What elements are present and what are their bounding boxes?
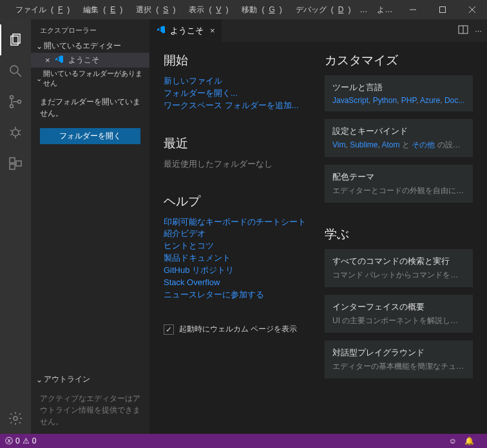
split-editor-icon[interactable]	[458, 24, 468, 37]
card-ui-overview[interactable]: インターフェイスの概要 UI の主要コンポーネントを解説した視覚...	[325, 295, 473, 333]
help-video-link[interactable]: 紹介ビデオ	[164, 228, 312, 240]
window-title: ようこそ - Visual Studi...	[372, 5, 398, 15]
status-errors[interactable]: ⓧ0 ⚠0	[5, 436, 36, 447]
card-title: すべてのコマンドの検索と実行	[332, 256, 465, 267]
menu-view[interactable]: 表示(V)	[180, 5, 233, 15]
kb-sublime[interactable]: Sublime	[350, 140, 377, 149]
menu-edit[interactable]: 編集(E)	[74, 5, 127, 15]
card-settings[interactable]: 設定とキーバインド Vim, Sublime, Atom と その他 の設定..…	[325, 119, 473, 157]
source-control-icon[interactable]	[0, 86, 31, 117]
show-on-startup-row[interactable]: ✓ 起動時にウェルカム ページを表示	[164, 324, 312, 335]
debug-icon[interactable]	[0, 117, 31, 148]
customize-section: カスタマイズ ツールと言語 JavaScript, Python, PHP, A…	[325, 52, 473, 203]
outline-message: アクティブなエディターはアウトライン情報を提供できません。	[31, 386, 149, 434]
extensions-icon[interactable]	[0, 148, 31, 179]
svg-line-13	[10, 130, 12, 131]
open-folder-button[interactable]: フォルダーを開く	[40, 128, 140, 144]
card-title: インターフェイスの概要	[332, 301, 465, 313]
chevron-down-icon: ⌄	[35, 375, 44, 384]
sidebar-title: エクスプローラー	[31, 19, 149, 39]
open-editor-label: ようこそ	[68, 55, 99, 66]
help-cheatsheet-link[interactable]: 印刷可能なキーボードのチートシート	[164, 216, 312, 229]
kb-vim[interactable]: Vim	[332, 140, 345, 149]
no-folder-header[interactable]: ⌄ 開いているフォルダーがありません	[31, 68, 149, 89]
lang-py[interactable]: Python	[373, 96, 397, 105]
svg-rect-4	[13, 34, 20, 43]
add-workspace-link[interactable]: ワークスペース フォルダーを追加...	[164, 100, 312, 112]
kb-atom[interactable]: Atom	[382, 140, 400, 149]
close-icon[interactable]: ×	[45, 55, 50, 65]
lang-doc[interactable]: Doc...	[444, 96, 464, 105]
card-sub: JavaScript, Python, PHP, Azure, Doc...	[332, 96, 465, 105]
new-file-link[interactable]: 新しいファイル	[164, 75, 312, 88]
chevron-down-icon: ⌄	[35, 75, 43, 83]
lang-php[interactable]: PHP	[401, 96, 416, 105]
activity-bar	[0, 19, 31, 434]
lang-js[interactable]: JavaScript	[332, 96, 368, 105]
svg-line-16	[19, 134, 21, 135]
card-sub: Vim, Sublime, Atom と その他 の設定...	[332, 140, 465, 151]
svg-point-10	[18, 100, 21, 104]
help-so-link[interactable]: Stack Overflow	[164, 277, 312, 289]
help-section: ヘルプ 印刷可能なキーボードのチートシート 紹介ビデオ ヒントとコツ 製品ドキュ…	[164, 193, 312, 301]
status-bell-icon[interactable]: 🔔	[464, 436, 474, 445]
help-docs-link[interactable]: 製品ドキュメント	[164, 252, 312, 265]
svg-point-6	[10, 66, 18, 73]
status-bar: ⓧ0 ⚠0 ☺ 🔔	[0, 434, 487, 448]
menu-selection[interactable]: 選択(S)	[127, 5, 180, 15]
learn-heading: 学ぶ	[325, 226, 473, 243]
vscode-icon	[54, 54, 64, 66]
more-actions-icon[interactable]: ···	[475, 26, 482, 35]
card-playground[interactable]: 対話型プレイグラウンド エディターの基本機能を簡潔なチュートリ...	[325, 341, 473, 378]
help-github-link[interactable]: GitHub リポジトリ	[164, 265, 312, 277]
menu-more[interactable]: …	[355, 5, 372, 14]
kb-others[interactable]: その他	[412, 140, 435, 149]
close-icon[interactable]: ×	[210, 26, 215, 35]
start-heading: 開始	[164, 52, 312, 69]
menu-file[interactable]: ファイル(F)	[6, 5, 74, 15]
svg-rect-19	[10, 164, 15, 169]
help-newsletter-link[interactable]: ニュースレターに参加する	[164, 289, 312, 301]
editor-area: ようこそ × ··· 開始 新しいファイル フォルダーを開く... ワークスペー…	[149, 19, 487, 434]
svg-point-8	[10, 96, 14, 99]
maximize-button[interactable]	[428, 0, 457, 19]
vscode-icon	[156, 24, 166, 37]
recent-none: 最近使用したフォルダーなし	[164, 158, 312, 170]
help-tips-link[interactable]: ヒントとコツ	[164, 240, 312, 252]
chevron-down-icon: ⌄	[35, 42, 44, 51]
learn-section: 学ぶ すべてのコマンドの検索と実行 コマンド パレットからコマンドを検索してす.…	[325, 226, 473, 378]
error-icon: ⓧ	[5, 436, 13, 447]
open-editors-header[interactable]: ⌄ 開いているエディター	[31, 39, 149, 53]
tab-welcome[interactable]: ようこそ ×	[149, 19, 222, 42]
card-commands[interactable]: すべてのコマンドの検索と実行 コマンド パレットからコマンドを検索してす...	[325, 249, 473, 287]
close-button[interactable]	[457, 0, 487, 19]
menu-debug[interactable]: デバッグ(D)	[287, 5, 356, 15]
card-sub: エディターの基本機能を簡潔なチュートリ...	[332, 361, 465, 372]
card-tools[interactable]: ツールと言語 JavaScript, Python, PHP, Azure, D…	[325, 75, 473, 111]
menu-go[interactable]: 移動(G)	[233, 5, 286, 15]
window-controls	[398, 0, 487, 19]
settings-gear-icon[interactable]	[0, 403, 31, 434]
title-bar: ファイル(F) 編集(E) 選択(S) 表示(V) 移動(G) デバッグ(D) …	[0, 0, 487, 19]
card-title: ツールと言語	[332, 82, 465, 93]
start-section: 開始 新しいファイル フォルダーを開く... ワークスペース フォルダーを追加.…	[164, 52, 312, 112]
explorer-icon[interactable]	[0, 24, 31, 55]
no-folder-message: まだフォルダーを開いていません。	[31, 89, 149, 126]
outline-header[interactable]: ⌄ アウトライン	[31, 373, 149, 386]
minimize-button[interactable]	[398, 0, 428, 19]
status-feedback-icon[interactable]: ☺	[449, 436, 457, 445]
lang-azure[interactable]: Azure	[420, 96, 440, 105]
open-editor-welcome[interactable]: × ようこそ	[31, 53, 149, 68]
help-heading: ヘルプ	[164, 193, 312, 210]
card-sub: エディターとコードの外観を自由に設定し...	[332, 185, 465, 196]
open-folder-link[interactable]: フォルダーを開く...	[164, 88, 312, 100]
svg-rect-18	[10, 158, 15, 163]
explorer-sidebar: エクスプローラー ⌄ 開いているエディター × ようこそ ⌄ 開いているフォルダ…	[31, 19, 149, 434]
card-theme[interactable]: 配色テーマ エディターとコードの外観を自由に設定し...	[325, 165, 473, 203]
card-title: 対話型プレイグラウンド	[332, 347, 465, 359]
search-icon[interactable]	[0, 55, 31, 86]
warning-icon: ⚠	[23, 436, 30, 445]
checkbox-checked-icon[interactable]: ✓	[164, 324, 174, 335]
svg-point-11	[12, 129, 19, 136]
card-title: 配色テーマ	[332, 171, 465, 183]
